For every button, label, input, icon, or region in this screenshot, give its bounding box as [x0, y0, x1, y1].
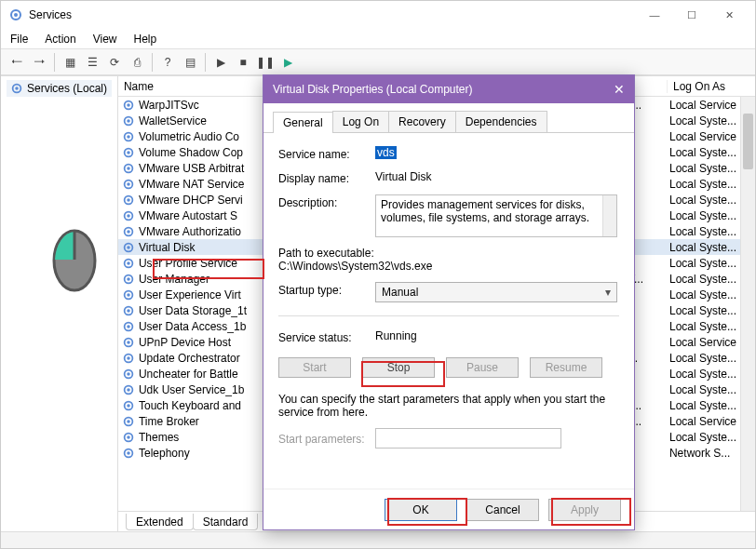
- service-logon: Local Service: [669, 130, 740, 143]
- svg-point-7: [127, 119, 130, 123]
- service-logon: Local Syste...: [669, 146, 740, 159]
- tree-root[interactable]: Services (Local): [7, 80, 112, 97]
- svg-point-13: [127, 167, 130, 170]
- label-path: Path to executable:: [278, 247, 619, 260]
- service-logon: Local Syste...: [669, 352, 740, 365]
- svg-point-35: [127, 341, 130, 344]
- service-logon: Local Syste...: [669, 431, 740, 444]
- svg-point-25: [127, 261, 130, 265]
- close-button[interactable]: ✕: [710, 3, 748, 27]
- help-icon[interactable]: ?: [157, 52, 178, 73]
- export-icon[interactable]: ⎙: [127, 52, 147, 73]
- svg-point-49: [127, 451, 130, 455]
- dialog-close-icon[interactable]: ✕: [614, 82, 625, 97]
- menu-help[interactable]: Help: [134, 33, 157, 46]
- title-bar: Services — ☐ ✕: [1, 1, 755, 29]
- stop-button[interactable]: Stop: [362, 357, 435, 378]
- pause-button: Pause: [446, 357, 519, 378]
- svg-point-15: [127, 182, 130, 186]
- stop-icon[interactable]: ■: [233, 52, 253, 73]
- list-icon[interactable]: ☰: [82, 52, 102, 73]
- tree-root-label: Services (Local): [27, 82, 107, 95]
- service-logon: Local Syste...: [669, 368, 740, 381]
- tab-logon[interactable]: Log On: [332, 111, 389, 132]
- service-logon: Local Syste...: [669, 194, 740, 207]
- tree-pane: Services (Local): [1, 76, 118, 531]
- menu-bar: File Action View Help: [1, 29, 755, 49]
- tab-recovery[interactable]: Recovery: [388, 111, 456, 132]
- minimize-button[interactable]: —: [636, 3, 673, 27]
- svg-point-43: [127, 404, 130, 408]
- tab-dependencies[interactable]: Dependencies: [455, 111, 547, 132]
- value-service-name: vds: [375, 146, 397, 159]
- startup-type-combo[interactable]: Manual: [375, 282, 617, 302]
- label-startup-type: Startup type:: [278, 282, 366, 297]
- value-description[interactable]: Provides management services for disks, …: [375, 194, 617, 237]
- tab-extended[interactable]: Extended: [126, 514, 194, 530]
- pause-icon[interactable]: ❚❚: [255, 52, 276, 73]
- start-button: Start: [278, 357, 351, 378]
- apply-button[interactable]: Apply: [548, 499, 621, 521]
- service-logon: Local Syste...: [669, 225, 740, 238]
- service-logon: Network S...: [669, 447, 740, 460]
- svg-point-45: [127, 420, 130, 423]
- service-logon: Local Syste...: [669, 383, 740, 396]
- label-display-name: Display name:: [278, 170, 366, 185]
- service-logon: Local Syste...: [669, 304, 740, 317]
- restart-icon[interactable]: ▶: [277, 52, 298, 73]
- tab-general[interactable]: General: [273, 112, 333, 133]
- separator: [278, 315, 619, 316]
- svg-point-3: [15, 87, 19, 90]
- svg-point-5: [127, 103, 130, 107]
- menu-action[interactable]: Action: [45, 33, 75, 46]
- menu-file[interactable]: File: [10, 33, 28, 46]
- svg-point-31: [127, 309, 130, 313]
- svg-point-1: [14, 13, 18, 17]
- service-logon: Local Syste...: [669, 399, 740, 412]
- label-description: Description:: [278, 194, 366, 209]
- play-icon[interactable]: ▶: [210, 52, 231, 73]
- cancel-button[interactable]: Cancel: [466, 499, 539, 521]
- svg-point-9: [127, 135, 130, 139]
- ok-button[interactable]: OK: [385, 499, 457, 521]
- label-service-name: Service name:: [278, 146, 366, 161]
- dialog-titlebar: Virtual Disk Properties (Local Computer)…: [263, 75, 634, 103]
- gear-icon: [10, 82, 23, 95]
- resume-button: Resume: [530, 357, 602, 378]
- dialog-title: Virtual Disk Properties (Local Computer): [273, 83, 473, 96]
- value-status: Running: [375, 329, 619, 342]
- col-logon[interactable]: Log On As: [668, 80, 755, 93]
- maximize-button[interactable]: ☐: [673, 3, 710, 27]
- service-logon: Local Service: [669, 99, 740, 112]
- scrollbar[interactable]: [740, 97, 755, 511]
- svg-point-37: [127, 356, 130, 360]
- svg-point-33: [127, 325, 130, 328]
- svg-point-27: [127, 277, 130, 281]
- services-icon: [8, 7, 23, 22]
- detail-icon[interactable]: ▦: [60, 52, 80, 73]
- svg-point-19: [127, 214, 130, 218]
- dialog-tabs: General Log On Recovery Dependencies: [263, 103, 634, 133]
- service-logon: Local Service: [669, 415, 740, 428]
- service-logon: Local Service: [669, 336, 740, 349]
- svg-point-23: [127, 246, 130, 249]
- refresh-icon[interactable]: ⟳: [104, 52, 125, 73]
- menu-view[interactable]: View: [93, 33, 117, 46]
- service-logon: Local Syste...: [669, 209, 740, 222]
- start-params-input[interactable]: [375, 428, 561, 449]
- value-path: C:\Windows\System32\vds.exe: [278, 260, 619, 273]
- properties-icon[interactable]: ▤: [180, 52, 200, 73]
- window-title: Services: [29, 8, 72, 21]
- svg-point-17: [127, 198, 130, 202]
- mouse-graphic: [51, 228, 98, 293]
- forward-icon[interactable]: ⭢: [29, 52, 49, 73]
- tab-standard[interactable]: Standard: [193, 514, 259, 530]
- service-logon: Local Syste...: [669, 241, 740, 254]
- svg-point-11: [127, 151, 130, 154]
- service-logon: Local Syste...: [669, 320, 740, 333]
- back-icon[interactable]: ⭠: [7, 52, 27, 73]
- service-logon: Local Syste...: [669, 273, 740, 286]
- svg-point-39: [127, 372, 130, 376]
- toolbar: ⭠ ⭢ ▦ ☰ ⟳ ⎙ ? ▤ ▶ ■ ❚❚ ▶: [1, 49, 755, 75]
- note-text: You can specify the start parameters tha…: [278, 393, 619, 419]
